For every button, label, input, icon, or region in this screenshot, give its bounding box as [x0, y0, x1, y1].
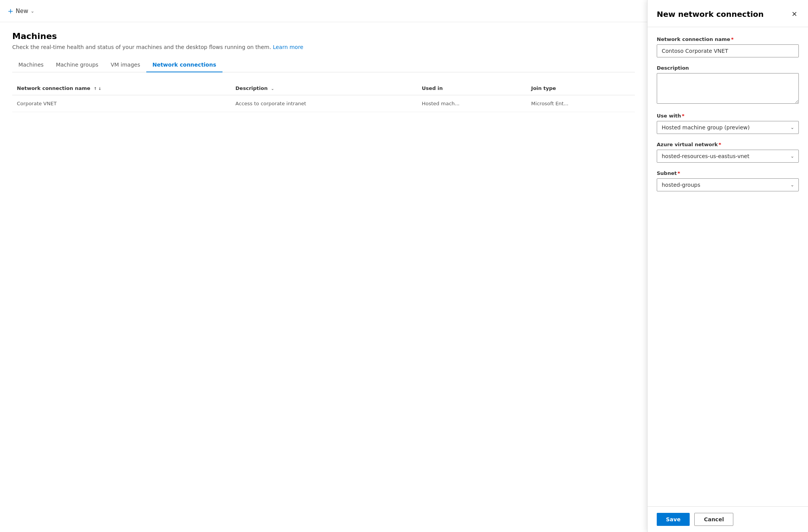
azure-vnet-label: Azure virtual network* — [657, 142, 799, 147]
form-group-azure-vnet: Azure virtual network* hosted-resources-… — [657, 142, 799, 163]
new-network-connection-panel: New network connection ✕ Network connect… — [647, 0, 808, 532]
name-input[interactable] — [657, 44, 799, 57]
panel-footer: Save Cancel — [648, 506, 808, 532]
tab-bar: Machines Machine groups VM images Networ… — [12, 58, 635, 72]
page-description: Check the real-time health and status of… — [12, 44, 635, 50]
use-with-select[interactable]: Hosted machine group (preview) — [657, 121, 799, 134]
form-group-use-with: Use with* Hosted machine group (preview)… — [657, 113, 799, 134]
tab-machines[interactable]: Machines — [12, 58, 50, 72]
col-header-join-type: Join type — [527, 82, 635, 95]
close-panel-button[interactable]: ✕ — [790, 9, 799, 19]
panel-title: New network connection — [657, 10, 764, 19]
chevron-down-icon: ⌄ — [31, 8, 34, 14]
cell-description: Access to corporate intranet — [231, 95, 417, 112]
form-group-name: Network connection name* — [657, 36, 799, 57]
cell-name: Corporate VNET — [12, 95, 231, 112]
table-row[interactable]: Corporate VNET Access to corporate intra… — [12, 95, 635, 112]
use-with-label: Use with* — [657, 113, 799, 119]
col-header-used-in: Used in — [417, 82, 527, 95]
page-title: Machines — [12, 31, 635, 41]
form-group-description: Description — [657, 65, 799, 105]
network-connections-table: Network connection name ↑ ↓ Description … — [12, 82, 635, 112]
description-label: Description — [657, 65, 799, 71]
subnet-label: Subnet* — [657, 170, 799, 176]
required-star-subnet: * — [677, 170, 680, 176]
azure-vnet-select[interactable]: hosted-resources-us-eastus-vnet — [657, 150, 799, 163]
table-area: Network connection name ↑ ↓ Description … — [0, 72, 647, 532]
sort-icons-name: ↑ ↓ — [93, 86, 101, 91]
form-group-subnet: Subnet* hosted-groups ⌄ — [657, 170, 799, 191]
cell-used-in: Hosted mach... — [417, 95, 527, 112]
col-header-description[interactable]: Description ⌄ — [231, 82, 417, 95]
panel-body: Network connection name* Description Use… — [648, 27, 808, 506]
tab-machine-groups[interactable]: Machine groups — [50, 58, 105, 72]
learn-more-link[interactable]: Learn more — [273, 44, 303, 50]
use-with-select-wrapper: Hosted machine group (preview) ⌄ — [657, 121, 799, 134]
azure-vnet-select-wrapper: hosted-resources-us-eastus-vnet ⌄ — [657, 150, 799, 163]
chevron-down-icon: ⌄ — [271, 86, 274, 91]
description-textarea[interactable] — [657, 73, 799, 104]
name-label: Network connection name* — [657, 36, 799, 42]
panel-header: New network connection ✕ — [648, 0, 808, 27]
plus-icon: + — [8, 7, 13, 15]
required-star-vnet: * — [719, 142, 721, 147]
subnet-select-wrapper: hosted-groups ⌄ — [657, 178, 799, 191]
required-star-use-with: * — [682, 113, 685, 119]
col-header-name[interactable]: Network connection name ↑ ↓ — [12, 82, 231, 95]
tab-network-connections[interactable]: Network connections — [146, 58, 222, 72]
cell-join-type: Microsoft Ent... — [527, 95, 635, 112]
page-header: Machines Check the real-time health and … — [0, 22, 647, 72]
save-button[interactable]: Save — [657, 513, 690, 526]
tab-vm-images[interactable]: VM images — [105, 58, 146, 72]
new-label: New — [16, 8, 28, 15]
cancel-button[interactable]: Cancel — [694, 513, 733, 526]
new-button[interactable]: + New ⌄ — [8, 5, 34, 16]
required-star: * — [731, 36, 734, 42]
subnet-select[interactable]: hosted-groups — [657, 178, 799, 191]
top-bar: + New ⌄ — [0, 0, 647, 22]
